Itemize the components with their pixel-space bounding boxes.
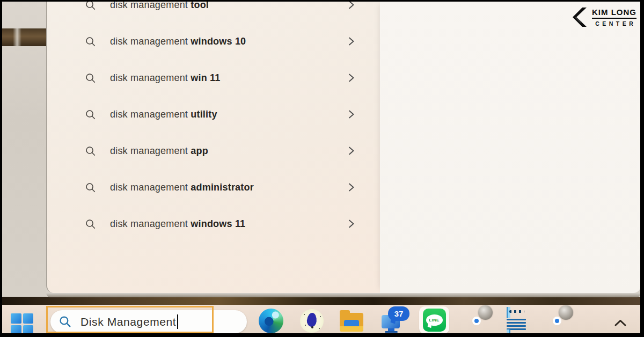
suggestion-text: disk management administrator	[110, 182, 254, 193]
frame-border	[0, 333, 644, 337]
text-cursor	[177, 314, 178, 329]
windows-logo-icon	[11, 313, 21, 324]
art-app-icon	[300, 309, 324, 333]
taskbar-icon-teams-chat[interactable]: 37	[379, 308, 407, 334]
search-icon	[58, 315, 72, 328]
screen: disk management tooldisk management wind…	[0, 0, 644, 337]
chevron-right-icon[interactable]	[347, 109, 355, 120]
start-button[interactable]	[11, 313, 33, 335]
brand-chevron-icon	[572, 7, 588, 27]
taskbar-icon-chrome-2[interactable]	[543, 308, 571, 334]
profile-avatar	[478, 305, 493, 320]
edge-icon	[259, 309, 283, 333]
chevron-right-icon[interactable]	[347, 218, 355, 229]
desktop-window-edge	[0, 28, 46, 46]
suggestion-row[interactable]: disk management windows 10	[47, 23, 380, 60]
suggestion-text: disk management utility	[110, 109, 217, 120]
file-explorer-icon	[340, 310, 363, 332]
taskbar-icon-edge[interactable]	[257, 308, 285, 334]
panel-bottom-edge	[46, 293, 641, 297]
search-suggestion-icon	[85, 218, 96, 230]
chevron-right-icon[interactable]	[347, 72, 355, 83]
search-suggestion-icon	[85, 145, 96, 157]
tray-overflow-button[interactable]	[610, 314, 631, 331]
chevron-up-icon	[614, 319, 627, 327]
notepad-icon	[507, 309, 526, 333]
brand-line2: CENTER	[592, 20, 636, 27]
desktop-shadow-band	[0, 297, 644, 305]
chrome-icon	[545, 309, 569, 333]
suggestion-row[interactable]: disk management windows 11	[47, 206, 380, 242]
suggestion-text: disk management win 11	[110, 72, 221, 84]
actions-section: Open	[380, 0, 641, 293]
search-input-value: Disk Management	[80, 316, 176, 328]
taskbar-search-input[interactable]: Disk Management	[50, 310, 247, 333]
chevron-right-icon[interactable]	[347, 36, 355, 47]
suggestion-text: disk management windows 11	[110, 218, 245, 230]
profile-avatar	[559, 305, 573, 320]
line-app-icon: LINE	[423, 309, 446, 332]
search-suggestion-icon	[85, 36, 96, 47]
search-suggestion-icon	[85, 109, 96, 120]
suggestion-row[interactable]: disk management app	[47, 133, 380, 169]
search-flyout-panel: disk management tooldisk management wind…	[46, 0, 641, 293]
frame-border	[0, 0, 644, 2]
search-suggestion-icon	[85, 182, 96, 193]
taskbar-icon-line[interactable]: LINE	[419, 306, 449, 334]
chrome-icon	[464, 309, 489, 333]
notification-badge: 37	[388, 306, 409, 321]
taskbar-icon-file-explorer[interactable]	[338, 308, 365, 334]
suggestion-list: disk management tooldisk management wind…	[47, 0, 380, 242]
taskbar-icon-art-app[interactable]	[298, 308, 326, 334]
brand-logo: KIM LONG CENTER	[572, 7, 636, 27]
suggestion-text: disk management app	[110, 145, 208, 157]
chevron-right-icon[interactable]	[347, 182, 355, 193]
search-suggestion-icon	[85, 72, 96, 84]
suggestion-row[interactable]: disk management win 11	[47, 60, 380, 96]
suggestion-row[interactable]: disk management administrator	[47, 169, 380, 206]
frame-border	[0, 0, 2, 337]
suggestion-text: disk management windows 10	[110, 36, 246, 47]
line-label: LINE	[429, 318, 439, 323]
frame-border	[640, 0, 644, 337]
chevron-right-icon[interactable]	[347, 145, 355, 156]
brand-line1: KIM LONG	[592, 8, 636, 19]
taskbar-icon-notepad[interactable]	[502, 308, 530, 334]
suggestion-row[interactable]: disk management tool	[47, 0, 380, 23]
taskbar-icon-chrome-1[interactable]	[463, 308, 491, 334]
suggestion-row[interactable]: disk management utility	[47, 96, 380, 133]
suggestions-section: disk management tooldisk management wind…	[47, 0, 380, 293]
teams-chat-icon: 37	[380, 309, 405, 333]
